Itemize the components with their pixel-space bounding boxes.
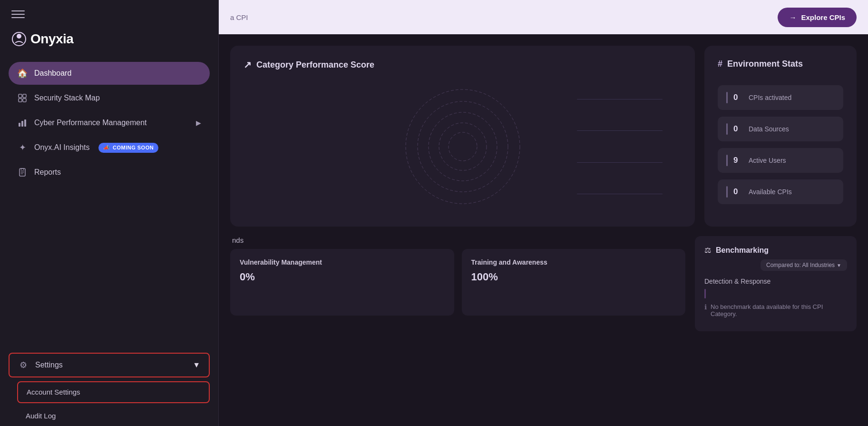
sidebar-item-label: Security Stack Map [34, 94, 100, 102]
stat-number: 0 [733, 93, 743, 102]
trend-card-value: 100% [471, 271, 676, 283]
ai-star-icon: ✦ [17, 142, 28, 153]
trends-section: nds Vulnerability Management 0% Training… [230, 236, 685, 331]
stat-label: Active Users [749, 157, 786, 164]
nav-items: 🏠 Dashboard Security Stack Map [0, 62, 218, 353]
dropdown-chevron-icon: ▼ [837, 263, 841, 268]
audit-log-label: Audit Log [26, 412, 56, 420]
chevron-right-icon: ▶ [196, 119, 201, 127]
hash-icon: # [718, 59, 722, 69]
bottom-row: nds Vulnerability Management 0% Training… [230, 236, 857, 331]
svg-point-11 [418, 101, 508, 192]
audit-log-item[interactable]: Audit Log [17, 406, 210, 426]
sidebar-item-label: Onyx.AI Insights [34, 143, 90, 152]
stat-available-cpis[interactable]: 0 Available CPIs [718, 179, 843, 204]
bar-chart-icon [17, 118, 28, 128]
explore-cpis-button[interactable]: → Explore CPIs [778, 8, 857, 27]
onyxia-logo-icon [11, 31, 27, 47]
sidebar-item-reports[interactable]: Reports [9, 161, 210, 184]
coming-soon-badge: 📣 COMING SOON [98, 143, 159, 153]
settings-gear-icon: ⚙ [18, 360, 29, 370]
account-settings-item[interactable]: Account Settings [17, 381, 210, 403]
stat-bar [726, 186, 728, 198]
stat-bar [726, 92, 728, 103]
sidebar: Onyxia 🏠 Dashboard Security Stack Map [0, 0, 219, 426]
top-row: ↗ Category Performance Score [230, 46, 857, 227]
vulnerability-management-card: Vulnerability Management 0% [230, 249, 454, 316]
megaphone-icon: 📣 [103, 145, 110, 151]
category-card-title: ↗ Category Performance Score [244, 59, 682, 70]
environment-stats-card: # Environment Stats 0 CPIs activated 0 D… [704, 46, 857, 227]
svg-point-14 [449, 132, 477, 161]
svg-point-1 [17, 34, 21, 39]
info-icon: ℹ [704, 303, 707, 311]
arrow-right-icon: → [789, 13, 796, 21]
svg-rect-7 [21, 121, 23, 127]
stat-number: 9 [733, 156, 743, 165]
trend-cards: nds Vulnerability Management 0% Training… [230, 236, 685, 316]
settings-chevron-down-icon: ▼ [193, 361, 200, 369]
stat-label: CPIs activated [749, 94, 791, 101]
category-performance-card: ↗ Category Performance Score [230, 46, 695, 227]
svg-rect-3 [23, 94, 26, 98]
security-stack-icon [17, 93, 28, 103]
sidebar-item-cyber-performance[interactable]: Cyber Performance Management ▶ [9, 111, 210, 134]
svg-rect-2 [19, 94, 22, 98]
sidebar-item-label: Reports [34, 168, 61, 177]
stat-cpis-activated[interactable]: 0 CPIs activated [718, 85, 843, 110]
svg-rect-8 [24, 119, 26, 127]
content-area: ↗ Category Performance Score [219, 34, 868, 426]
svg-point-10 [406, 89, 520, 204]
radar-chart-container [244, 80, 682, 213]
account-settings-label: Account Settings [27, 388, 80, 396]
breadcrumb: a CPI [230, 13, 248, 21]
chart-lines [577, 99, 672, 194]
stat-label: Available CPIs [749, 188, 792, 196]
bench-bar [704, 289, 706, 298]
svg-rect-5 [23, 99, 26, 102]
stat-number: 0 [733, 124, 743, 134]
home-icon: 🏠 [17, 68, 28, 79]
trends-label: nds [230, 236, 685, 244]
benchmarking-title: Benchmarking [716, 246, 769, 255]
svg-rect-6 [19, 123, 20, 127]
training-awareness-card: Training and Awareness 100% [462, 249, 686, 316]
stat-active-users[interactable]: 9 Active Users [718, 148, 843, 173]
hamburger-menu[interactable] [11, 10, 25, 18]
sidebar-item-label: Cyber Performance Management [34, 119, 147, 127]
stat-bar [726, 155, 728, 166]
benchmarking-dropdown[interactable]: Compared to: All Industries ▼ [761, 259, 847, 271]
sidebar-item-dashboard[interactable]: 🏠 Dashboard [9, 62, 210, 85]
sidebar-item-label: Dashboard [34, 69, 71, 78]
main-content: a CPI → Explore CPIs ↗ Category Performa… [219, 0, 868, 426]
bench-no-data: ℹ No benchmark data available for this C… [704, 303, 847, 317]
trend-card-title: Vulnerability Management [240, 258, 445, 266]
stat-number: 0 [733, 187, 743, 197]
logo: Onyxia [11, 31, 207, 47]
scale-icon: ⚖ [704, 246, 711, 255]
trend-card-value: 0% [240, 271, 445, 283]
radar-chart [396, 80, 529, 213]
benchmarking-header: ⚖ Benchmarking Compared to: All Industri… [704, 246, 847, 271]
logo-text: Onyxia [30, 31, 73, 47]
bench-category-label: Detection & Response [704, 277, 847, 285]
stat-label: Data Sources [749, 125, 789, 133]
settings-item[interactable]: ⚙ Settings ▼ [9, 353, 210, 377]
trend-card-title: Training and Awareness [471, 258, 676, 266]
svg-rect-4 [19, 99, 22, 102]
svg-point-13 [439, 123, 487, 170]
stat-bar [726, 123, 728, 135]
env-stats-title: # Environment Stats [718, 59, 843, 69]
top-bar: a CPI → Explore CPIs [219, 0, 868, 34]
sidebar-item-onyx-ai[interactable]: ✦ Onyx.AI Insights 📣 COMING SOON [9, 136, 210, 159]
settings-section: ⚙ Settings ▼ Account Settings Audit Log [0, 353, 218, 426]
settings-label: Settings [35, 361, 63, 369]
reports-icon [17, 167, 28, 178]
performance-icon: ↗ [244, 59, 252, 70]
benchmarking-card: ⚖ Benchmarking Compared to: All Industri… [695, 236, 857, 331]
stat-data-sources[interactable]: 0 Data Sources [718, 117, 843, 141]
sidebar-item-security-stack-map[interactable]: Security Stack Map [9, 87, 210, 109]
